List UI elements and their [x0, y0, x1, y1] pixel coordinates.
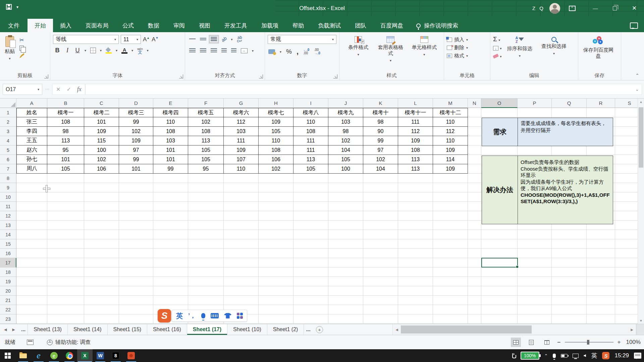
number-dialog-launcher[interactable] [333, 74, 337, 78]
align-middle-icon[interactable] [200, 38, 206, 41]
font-name-select[interactable]: 等线▾ [53, 35, 119, 44]
decrease-indent-icon[interactable] [221, 48, 227, 53]
paste-button[interactable]: 粘贴 ▾ [3, 35, 17, 71]
word-button[interactable]: W [93, 349, 108, 362]
cell-D3[interactable]: 102 [119, 127, 153, 136]
internet-explorer-button[interactable]: e [31, 349, 46, 362]
col-header-H[interactable]: H [259, 99, 293, 108]
cell-M16[interactable] [433, 249, 468, 258]
cell-N1[interactable] [468, 108, 481, 117]
zoom-level[interactable]: 100% [626, 339, 641, 346]
cell-K9[interactable] [363, 183, 398, 192]
cell-M13[interactable] [433, 221, 468, 230]
cell-Q20[interactable] [552, 286, 587, 296]
cell-P14[interactable] [518, 230, 552, 239]
cell-N15[interactable] [468, 239, 481, 249]
cell-D1[interactable]: 模考三 [119, 108, 153, 117]
cell-J11[interactable] [328, 202, 363, 211]
cell-D17[interactable] [119, 258, 153, 267]
cell-D22[interactable] [119, 305, 153, 314]
cell-F4[interactable]: 113 [188, 136, 224, 145]
cell-M1[interactable]: 模考十二 [433, 108, 468, 117]
cell-D21[interactable] [119, 296, 153, 305]
cell-E6[interactable]: 101 [153, 155, 188, 164]
selected-cell-O17[interactable] [481, 258, 518, 267]
cell-styles-button[interactable]: 单元格样式 ▾ [407, 35, 442, 71]
cell-J1[interactable]: 模考九 [328, 108, 363, 117]
cell-D5[interactable]: 97 [119, 145, 153, 155]
cell-G12[interactable] [224, 211, 259, 221]
formula-input[interactable]: ⌄ [85, 84, 642, 95]
cell-M10[interactable] [433, 192, 468, 202]
cell-N23[interactable] [468, 314, 481, 324]
cell-C12[interactable] [84, 211, 119, 221]
cell-F14[interactable] [188, 230, 224, 239]
zoom-out-button[interactable]: − [557, 339, 561, 346]
cell-G14[interactable] [224, 230, 259, 239]
cell-K20[interactable] [363, 286, 398, 296]
cell-G9[interactable] [224, 183, 259, 192]
cell-H5[interactable]: 108 [259, 145, 293, 155]
sheet-tab-Sheet115[interactable]: Sheet1 (15) [108, 324, 148, 335]
row-header-13[interactable]: 13 [0, 221, 16, 230]
cell-D16[interactable] [119, 249, 153, 258]
cell-R23[interactable] [587, 314, 615, 324]
cell-R1[interactable] [587, 108, 615, 117]
cell-B11[interactable] [47, 202, 84, 211]
cell-L14[interactable] [398, 230, 433, 239]
cell-J18[interactable] [328, 267, 363, 277]
cell-L1[interactable]: 模考十一 [398, 108, 433, 117]
find-select-button[interactable]: 查找和选择 ▾ [538, 35, 570, 71]
zoom-in-button[interactable]: + [618, 339, 621, 346]
file-explorer-button[interactable] [15, 349, 31, 362]
cell-E11[interactable] [153, 202, 188, 211]
row-header-4[interactable]: 4 [0, 136, 16, 145]
row-header-5[interactable]: 5 [0, 145, 16, 155]
cell-K8[interactable] [363, 174, 398, 183]
cell-A8[interactable] [16, 174, 47, 183]
phonetic-dropdown-icon[interactable]: ▾ [147, 49, 149, 52]
cell-B3[interactable]: 98 [47, 127, 84, 136]
cell-N9[interactable] [468, 183, 481, 192]
sheet-tab-Sheet12[interactable]: Sheet1 (2) [267, 324, 304, 335]
cell-M9[interactable] [433, 183, 468, 192]
cell-P22[interactable] [518, 305, 552, 314]
cell-L10[interactable] [398, 192, 433, 202]
align-bottom-icon[interactable] [211, 37, 217, 42]
cell-F5[interactable]: 105 [188, 145, 224, 155]
cell-G6[interactable]: 107 [224, 155, 259, 164]
cell-G4[interactable]: 111 [224, 136, 259, 145]
cell-C10[interactable] [84, 192, 119, 202]
cell-E9[interactable] [153, 183, 188, 192]
cell-F16[interactable] [188, 249, 224, 258]
cell-G2[interactable]: 112 [224, 117, 259, 127]
cell-O15[interactable] [481, 239, 518, 249]
cell-N2[interactable] [468, 117, 481, 127]
cell-J20[interactable] [328, 286, 363, 296]
cell-I21[interactable] [293, 296, 328, 305]
cell-C22[interactable] [84, 305, 119, 314]
tab-视图[interactable]: 视图 [192, 19, 217, 32]
delete-cells-button[interactable]: 删除 ▾ [447, 44, 488, 52]
scroll-left-icon[interactable]: ◀ [393, 324, 400, 335]
format-cells-button[interactable]: 格式 ▾ [447, 52, 488, 60]
col-header-D[interactable]: D [119, 99, 153, 108]
col-header-I[interactable]: I [293, 99, 328, 108]
cell-I11[interactable] [293, 202, 328, 211]
cell-J6[interactable]: 105 [328, 155, 363, 164]
cell-I20[interactable] [293, 286, 328, 296]
cell-K19[interactable] [363, 277, 398, 286]
increase-decimal-icon[interactable]: ←.0.00 [303, 48, 309, 55]
cell-B23[interactable] [47, 314, 84, 324]
cell-C13[interactable] [84, 221, 119, 230]
cell-G17[interactable] [224, 258, 259, 267]
cell-C2[interactable]: 101 [84, 117, 119, 127]
cell-A3[interactable]: 李四 [16, 127, 47, 136]
cell-K14[interactable] [363, 230, 398, 239]
cell-P18[interactable] [518, 267, 552, 277]
cell-G18[interactable] [224, 267, 259, 277]
sheet-nav-next-icon[interactable]: ▶ [12, 327, 15, 332]
sheet-tab-Sheet116[interactable]: Sheet1 (16) [147, 324, 187, 335]
cell-A23[interactable] [16, 314, 47, 324]
cell-J8[interactable] [328, 174, 363, 183]
